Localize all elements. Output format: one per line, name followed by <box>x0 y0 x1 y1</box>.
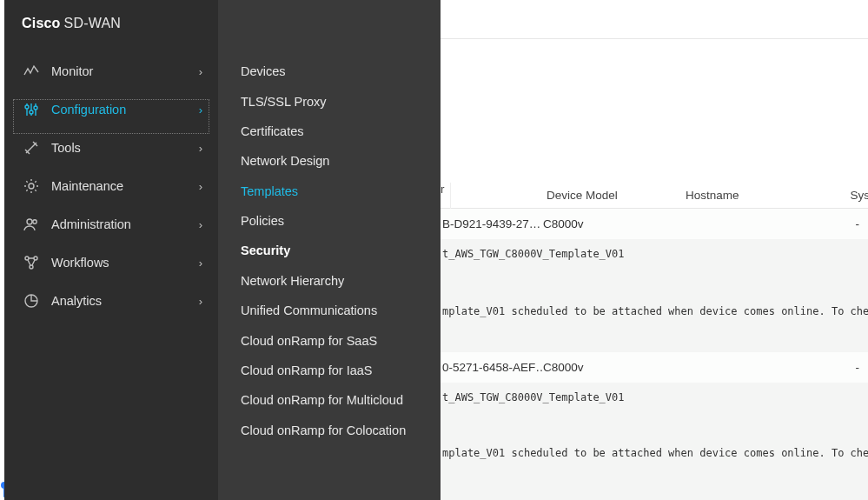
submenu-item-tls-ssl-proxy[interactable]: TLS/SSL Proxy <box>218 86 441 116</box>
submenu-item-cloud-onramp-multicloud[interactable]: Cloud onRamp for Multicloud <box>218 385 441 415</box>
chevron-right-icon: › <box>199 180 202 193</box>
table-header: r Device Model Hostname Sys <box>441 183 868 209</box>
sidebar-item-label: Maintenance <box>51 179 199 193</box>
sidebar: Cisco SD-WAN Monitor › Configuration › T… <box>4 0 218 500</box>
sidebar-item-configuration[interactable]: Configuration › <box>4 90 218 129</box>
brand: Cisco SD-WAN <box>4 0 218 52</box>
sidebar-item-monitor[interactable]: Monitor › <box>4 52 218 90</box>
svg-point-6 <box>29 183 34 189</box>
gear-icon <box>23 178 39 194</box>
sidebar-item-label: Tools <box>51 141 199 155</box>
table-row[interactable]: 0-5271-6458-AEF… C8000v - <box>441 352 868 383</box>
svg-point-7 <box>27 219 32 224</box>
analytics-icon <box>23 293 39 309</box>
svg-point-9 <box>25 257 29 260</box>
svg-point-11 <box>30 265 33 269</box>
submenu-item-network-design[interactable]: Network Design <box>218 146 441 176</box>
user-icon <box>23 217 39 232</box>
cell-device-model: C8000v <box>543 361 682 374</box>
sidebar-item-label: Configuration <box>51 103 199 117</box>
cell-dash: - <box>856 361 860 374</box>
chevron-right-icon: › <box>199 295 202 308</box>
sidebar-item-administration[interactable]: Administration › <box>4 205 218 243</box>
svg-point-5 <box>34 106 37 110</box>
tools-icon <box>23 140 39 156</box>
chevron-right-icon: › <box>199 142 202 155</box>
desc-line2: mplate_V01 scheduled to be attached when… <box>442 305 866 317</box>
submenu-item-devices[interactable]: Devices <box>218 57 441 86</box>
desc-line2: mplate_V01 scheduled to be attached when… <box>442 447 866 459</box>
cell-dash: - <box>856 217 860 230</box>
col-r-label: r <box>441 183 445 196</box>
cell-guid: 0-5271-6458-AEF… <box>442 361 543 374</box>
chevron-right-icon: › <box>199 65 202 78</box>
chevron-right-icon: › <box>199 257 202 270</box>
workflows-icon <box>23 255 39 270</box>
submenu-item-network-hierarchy[interactable]: Network Hierarchy <box>218 266 441 296</box>
sidebar-item-label: Workflows <box>51 256 199 270</box>
desc-line1: t_AWS_TGW_C8000V_Template_V01 <box>442 391 866 403</box>
sidebar-item-label: Monitor <box>51 64 199 78</box>
content-area: r Device Model Hostname Sys B-D921-9439-… <box>441 0 868 500</box>
monitor-icon <box>23 63 39 79</box>
submenu-item-cloud-onramp-colocation[interactable]: Cloud onRamp for Colocation <box>218 416 441 445</box>
sidebar-item-label: Analytics <box>51 294 199 308</box>
sidebar-item-tools[interactable]: Tools › <box>4 129 218 167</box>
submenu-item-templates[interactable]: Templates <box>218 177 441 206</box>
row-description: t_AWS_TGW_C8000V_Template_V01 mplate_V01… <box>441 383 868 500</box>
col-sys[interactable]: Sys <box>850 189 868 202</box>
table-row[interactable]: B-D921-9439-27… C8000v - <box>441 209 868 239</box>
cell-guid: B-D921-9439-27… <box>442 217 543 230</box>
sidebar-item-workflows[interactable]: Workflows › <box>4 243 218 282</box>
col-hostname[interactable]: Hostname <box>686 189 825 202</box>
chevron-right-icon: › <box>199 103 202 117</box>
sidebar-item-maintenance[interactable]: Maintenance › <box>4 167 218 205</box>
chevron-right-icon: › <box>199 218 202 231</box>
top-bar-divider <box>441 0 868 39</box>
configuration-submenu: Devices TLS/SSL Proxy Certificates Netwo… <box>218 0 441 500</box>
submenu-item-policies[interactable]: Policies <box>218 206 441 236</box>
col-device-model[interactable]: Device Model <box>547 189 686 202</box>
svg-point-8 <box>33 220 36 223</box>
sidebar-item-analytics[interactable]: Analytics › <box>4 282 218 320</box>
sidebar-item-label: Administration <box>51 217 199 231</box>
row-description: t_AWS_TGW_C8000V_Template_V01 mplate_V01… <box>441 239 868 352</box>
brand-cisco: Cisco <box>22 16 61 31</box>
submenu-item-unified-communications[interactable]: Unified Communications <box>218 296 441 325</box>
svg-point-1 <box>25 105 29 109</box>
submenu-item-cloud-onramp-iaas[interactable]: Cloud onRamp for IaaS <box>218 356 441 385</box>
desc-line1: t_AWS_TGW_C8000V_Template_V01 <box>442 248 866 260</box>
configuration-icon <box>23 102 39 117</box>
svg-point-10 <box>34 257 37 260</box>
svg-point-3 <box>30 110 33 114</box>
brand-product: SD-WAN <box>64 16 122 31</box>
submenu-item-certificates[interactable]: Certificates <box>218 117 441 146</box>
submenu-item-cloud-onramp-saas[interactable]: Cloud onRamp for SaaS <box>218 325 441 355</box>
cell-device-model: C8000v <box>543 217 682 230</box>
col-r: r <box>441 183 451 209</box>
submenu-item-security[interactable]: Security <box>218 236 441 265</box>
